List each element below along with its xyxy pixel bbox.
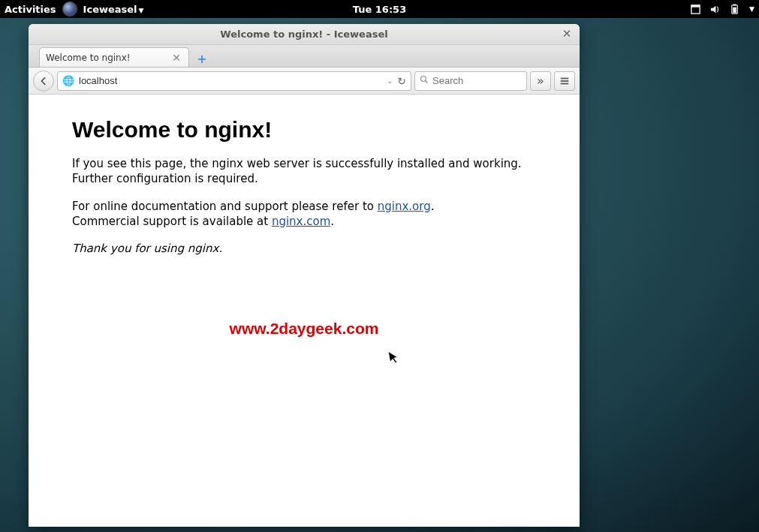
browser-tab[interactable]: Welcome to nginx! ✕ [39, 47, 189, 67]
tab-title: Welcome to nginx! [46, 53, 131, 63]
back-button[interactable] [33, 71, 54, 92]
url-bar[interactable]: 🌐 ⌄ ↻ [57, 71, 411, 91]
mouse-cursor-icon [387, 349, 402, 368]
tab-close-button[interactable]: ✕ [170, 52, 182, 64]
arrow-left-icon [38, 76, 49, 86]
search-icon [420, 75, 429, 86]
hamburger-icon [559, 76, 570, 86]
page-paragraph-2: For online documentation and support ple… [72, 199, 536, 230]
window-restore-icon[interactable] [689, 3, 701, 15]
app-menu-button[interactable]: Iceweasel▼ [83, 4, 144, 15]
battery-icon[interactable] [728, 3, 740, 15]
system-menu-chevron-icon[interactable]: ▼ [749, 5, 754, 13]
iceweasel-app-icon[interactable] [62, 2, 77, 17]
toolbar-overflow-button[interactable]: » [530, 71, 551, 91]
url-input[interactable] [79, 75, 384, 86]
tab-strip: Welcome to nginx! ✕ + [29, 45, 580, 68]
urlbar-dropdown-icon[interactable]: ⌄ [387, 77, 393, 85]
gnome-top-panel: Activities Iceweasel▼ Tue 16:53 ▼ [0, 0, 759, 18]
svg-line-6 [426, 81, 428, 83]
chevron-down-icon: ▼ [139, 7, 144, 14]
globe-icon: 🌐 [62, 75, 74, 86]
hamburger-menu-button[interactable] [554, 71, 575, 91]
watermark-text: www.2daygeek.com [230, 320, 379, 338]
window-title: Welcome to nginx! - Iceweasel [220, 29, 387, 40]
search-bar[interactable] [414, 71, 527, 91]
window-close-button[interactable]: ✕ [560, 27, 574, 41]
svg-rect-8 [561, 80, 569, 82]
svg-rect-9 [561, 83, 569, 84]
volume-icon[interactable] [709, 3, 721, 15]
nginx-org-link[interactable]: nginx.org [378, 200, 431, 213]
page-paragraph-1: If you see this page, the nginx web serv… [72, 156, 536, 187]
page-thanks: Thank you for using nginx. [72, 241, 536, 256]
svg-rect-4 [733, 7, 736, 13]
reload-button[interactable]: ↻ [397, 75, 406, 87]
chevron-double-right-icon: » [537, 74, 544, 88]
page-heading: Welcome to nginx! [72, 117, 536, 143]
window-titlebar[interactable]: Welcome to nginx! - Iceweasel ✕ [29, 24, 580, 45]
nginx-com-link[interactable]: nginx.com [272, 215, 330, 228]
svg-point-5 [421, 77, 426, 82]
activities-button[interactable]: Activities [5, 4, 56, 15]
clock[interactable]: Tue 16:53 [353, 4, 406, 15]
svg-rect-3 [733, 4, 736, 5]
page-content-area: Welcome to nginx! If you see this page, … [29, 95, 580, 527]
browser-window: Welcome to nginx! - Iceweasel ✕ Welcome … [29, 24, 580, 527]
svg-rect-1 [691, 5, 699, 7]
svg-rect-7 [561, 77, 569, 79]
new-tab-button[interactable]: + [192, 50, 212, 67]
navigation-toolbar: 🌐 ⌄ ↻ » [29, 68, 580, 95]
